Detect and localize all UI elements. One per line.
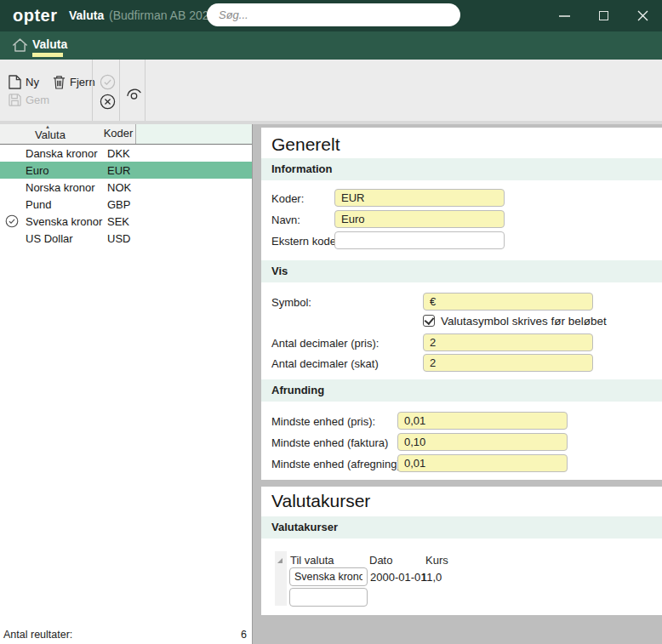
til-valuta-field-row1[interactable] — [289, 567, 368, 586]
new-button-label: Ny — [26, 76, 39, 88]
section-information: Information — [261, 158, 662, 180]
app-window: opter Valuta (Budfirman AB 2025 Valuta N… — [0, 0, 662, 644]
minimize-icon — [559, 15, 570, 17]
tab-bar: Valuta — [0, 31, 662, 60]
valutakurser-title: Valutakurser — [271, 491, 370, 511]
mindste-enhed-afregning-field[interactable] — [397, 454, 568, 472]
generelt-title: Generelt — [271, 134, 340, 155]
mindste-enhed-faktura-label: Mindste enhed (faktura) — [271, 436, 388, 449]
trash-icon — [53, 75, 66, 89]
minimize-button[interactable] — [545, 0, 584, 31]
kurs-column-kurs[interactable]: Kurs — [425, 554, 448, 567]
toolbar-separator — [145, 60, 146, 121]
preview-button[interactable] — [125, 86, 143, 100]
opter-logo: opter — [13, 6, 58, 26]
remove-button[interactable]: Fjern — [53, 75, 95, 89]
check-circle-icon — [100, 74, 116, 90]
close-button[interactable] — [623, 0, 662, 31]
eye-icon — [125, 86, 143, 100]
confirm-button[interactable] — [100, 74, 116, 90]
active-tab-indicator — [32, 53, 63, 57]
maximize-icon — [599, 11, 608, 20]
antal-decimaler-skat-label: Antal decimaler (skat) — [271, 357, 379, 370]
result-count-value: 6 — [241, 629, 247, 641]
antal-decimaler-pris-field[interactable] — [423, 333, 593, 351]
koder-field[interactable] — [334, 189, 505, 207]
close-icon — [637, 10, 648, 21]
kurs-column-dato[interactable]: Dato — [369, 554, 392, 567]
valutasymbol-checkbox-label: Valutasymbol skrives før beløbet — [441, 315, 607, 328]
ekstern-kode-label: Ekstern kode: — [271, 235, 340, 248]
currency-list-panel: ▲ Valuta Koder Danska kronor DKK Euro EU… — [0, 124, 253, 644]
search-input[interactable] — [207, 3, 460, 26]
mindste-enhed-pris-field[interactable] — [397, 412, 568, 430]
til-valuta-field-row2[interactable] — [289, 588, 368, 607]
valutasymbol-checkbox[interactable] — [423, 315, 435, 327]
currency-row-usd[interactable]: US Dollar USD — [0, 230, 252, 247]
currency-row-eur-selected[interactable]: Euro EUR — [0, 162, 252, 179]
maximize-button[interactable] — [584, 0, 623, 31]
mindste-enhed-afregning-label: Mindste enhed (afregning): — [271, 458, 403, 470]
currency-row-gbp[interactable]: Pund GBP — [0, 196, 252, 213]
mindste-enhed-faktura-field[interactable] — [397, 433, 568, 451]
check-circle-icon — [5, 214, 19, 228]
currency-table-header: ▲ Valuta Koder — [0, 124, 252, 145]
mindste-enhed-pris-label: Mindste enhed (pris): — [271, 415, 375, 428]
window-controls — [545, 0, 662, 31]
titlebar: opter Valuta (Budfirman AB 2025 — [0, 0, 662, 31]
new-document-icon — [9, 75, 21, 89]
toolbar: Ny Fjern Gem — [0, 60, 662, 124]
window-page-title: Valuta — [69, 9, 104, 22]
toolbar-separator — [92, 60, 93, 121]
column-header-empty — [135, 124, 252, 144]
kurs-column-til-valuta[interactable]: Til valuta — [290, 554, 334, 567]
navn-field[interactable] — [334, 210, 505, 228]
dato-cell-row1: 2000-01-01 — [370, 571, 427, 584]
row-selector-icon — [277, 558, 282, 563]
ekstern-kode-field[interactable] — [334, 231, 505, 249]
symbol-label: Symbol: — [271, 296, 311, 309]
save-button-label: Gem — [26, 94, 49, 106]
currency-row-nok[interactable]: Norska kronor NOK — [0, 179, 252, 196]
new-button[interactable]: Ny — [9, 75, 39, 89]
section-vis: Vis — [261, 260, 662, 282]
symbol-field[interactable] — [423, 293, 593, 311]
column-header-valuta[interactable]: Valuta — [0, 128, 100, 141]
navn-label: Navn: — [271, 214, 300, 226]
company-name: (Budfirman AB 2025 — [109, 9, 208, 22]
generelt-panel: Generelt Information Koder: Navn: Ekster… — [261, 128, 662, 480]
currency-row-dkk[interactable]: Danska kronor DKK — [0, 145, 252, 162]
home-icon[interactable] — [12, 37, 28, 53]
floppy-disk-icon — [9, 94, 21, 106]
antal-decimaler-skat-field[interactable] — [423, 354, 593, 372]
status-bar: Antal reultater: 6 — [0, 625, 252, 644]
currency-row-sek[interactable]: Svenska kronor SEK — [0, 213, 252, 230]
valutakurser-panel: Valutakurser Valutakurser Til valuta Dat… — [261, 487, 662, 615]
x-circle-icon — [100, 94, 116, 110]
cancel-button[interactable] — [100, 94, 116, 110]
section-afrunding: Afrunding — [261, 379, 662, 402]
result-count-label: Antal reultater: — [3, 629, 72, 641]
save-button[interactable]: Gem — [9, 94, 49, 106]
column-header-koder[interactable]: Koder — [100, 127, 136, 140]
kurs-table-row-gutter — [275, 551, 287, 606]
koder-label: Koder: — [271, 192, 304, 205]
antal-decimaler-pris-label: Antal decimaler (pris): — [271, 337, 379, 350]
kurs-cell-row1: 11,0 — [421, 571, 442, 584]
section-valutakurser: Valutakurser — [261, 516, 662, 539]
toolbar-separator — [119, 60, 120, 121]
